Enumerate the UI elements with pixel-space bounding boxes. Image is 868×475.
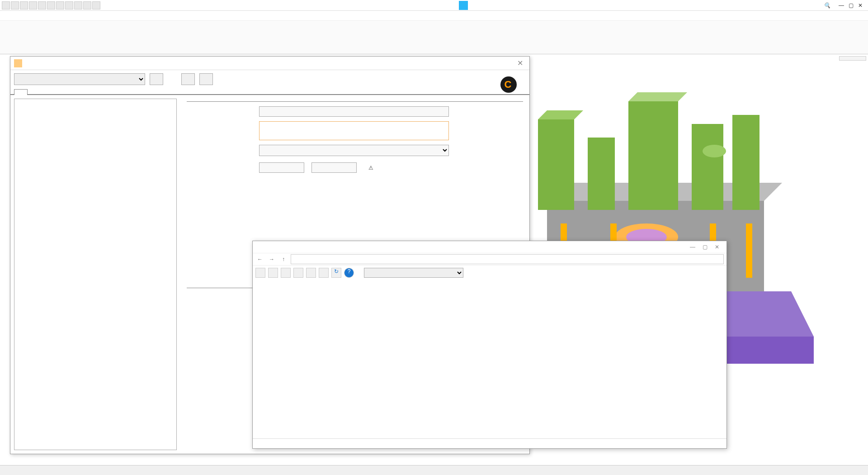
close-icon[interactable]: ✕ xyxy=(858,2,863,9)
qat-icon[interactable] xyxy=(74,1,82,10)
app-icon xyxy=(459,1,468,10)
qat-icon[interactable] xyxy=(11,1,19,10)
minimize-icon[interactable]: — xyxy=(686,244,699,250)
toolbar-button[interactable] xyxy=(150,73,163,85)
qat-icon[interactable] xyxy=(92,1,100,10)
dialog-icon xyxy=(14,59,22,67)
explorer-statusbar xyxy=(253,438,726,448)
new-folder-icon[interactable] xyxy=(255,268,265,278)
qat-icon[interactable] xyxy=(2,1,10,10)
toolbar-button[interactable] xyxy=(181,73,195,85)
svg-rect-12 xyxy=(732,115,760,210)
qat-icon[interactable] xyxy=(56,1,64,10)
explorer-grid xyxy=(253,280,726,438)
qat-icon[interactable] xyxy=(65,1,73,10)
warning-icon: ⚠ xyxy=(368,165,373,171)
main-area: ✕ xyxy=(0,54,868,465)
filter-select[interactable] xyxy=(364,268,463,278)
window-controls: — ▢ ✕ xyxy=(835,2,866,9)
qat-icon[interactable] xyxy=(20,1,28,10)
search-icon: 🔍 xyxy=(824,2,830,9)
explorer-toolbar: ↻ ? xyxy=(253,266,726,280)
menu-bar xyxy=(0,11,868,21)
up-icon[interactable]: ↑ xyxy=(279,256,288,262)
dialog-toolbar xyxy=(10,70,529,88)
search-icon[interactable] xyxy=(281,268,291,278)
import-icon[interactable] xyxy=(268,268,278,278)
forward-icon[interactable]: → xyxy=(267,256,276,262)
material-select[interactable] xyxy=(259,145,449,156)
svg-point-13 xyxy=(703,145,726,157)
electrode-tree[interactable] xyxy=(14,99,177,450)
view-icon[interactable] xyxy=(319,268,329,278)
standard-dropdown[interactable] xyxy=(14,73,145,85)
dialog-tabs xyxy=(10,88,529,95)
help-icon[interactable]: ? xyxy=(344,268,354,278)
tab-electrode-parameters[interactable] xyxy=(14,89,28,95)
maximize-icon[interactable]: ▢ xyxy=(849,2,854,9)
burn-3d-input[interactable] xyxy=(311,162,357,173)
maximize-icon[interactable]: ▢ xyxy=(699,244,711,250)
view-icon[interactable] xyxy=(306,268,316,278)
burn-2d-input[interactable] xyxy=(259,162,304,173)
ribbon xyxy=(0,21,868,54)
svg-rect-9 xyxy=(628,101,678,210)
explorer-dialog: — ▢ ✕ ← → ↑ ↻ ? xyxy=(252,241,727,449)
close-icon[interactable]: ✕ xyxy=(711,244,723,250)
back-icon[interactable]: ← xyxy=(255,256,264,262)
view-icon[interactable] xyxy=(293,268,303,278)
svg-marker-10 xyxy=(628,92,687,101)
qat-icon[interactable] xyxy=(29,1,37,10)
toolbar-button[interactable] xyxy=(199,73,213,85)
quick-access-toolbar xyxy=(2,1,100,10)
svg-marker-7 xyxy=(538,110,583,119)
cimatron-logo-icon xyxy=(500,76,517,93)
comment-input[interactable] xyxy=(259,121,449,140)
tab-process[interactable] xyxy=(28,88,41,94)
qat-icon[interactable] xyxy=(47,1,55,10)
search-box[interactable]: 🔍 xyxy=(822,2,830,9)
close-icon[interactable]: ✕ xyxy=(514,59,526,67)
svg-rect-8 xyxy=(588,138,615,210)
brand-logo xyxy=(500,76,520,93)
right-toolbar xyxy=(839,56,866,61)
qat-icon[interactable] xyxy=(38,1,46,10)
explorer-breadcrumb-bar: ← → ↑ xyxy=(253,253,726,266)
refresh-icon[interactable]: ↻ xyxy=(331,268,341,278)
svg-rect-17 xyxy=(746,223,752,278)
status-bar xyxy=(0,465,868,475)
electrode-name-input[interactable] xyxy=(259,106,449,117)
parameters-heading xyxy=(187,100,523,102)
qat-icon[interactable] xyxy=(83,1,91,10)
breadcrumb-path[interactable] xyxy=(291,254,724,264)
dialog-titlebar: ✕ xyxy=(10,57,529,70)
explorer-titlebar: — ▢ ✕ xyxy=(253,241,726,253)
svg-rect-11 xyxy=(692,124,723,210)
svg-rect-6 xyxy=(538,119,574,210)
title-bar: 🔍 — ▢ ✕ xyxy=(0,0,868,11)
minimize-icon[interactable]: — xyxy=(839,2,844,9)
